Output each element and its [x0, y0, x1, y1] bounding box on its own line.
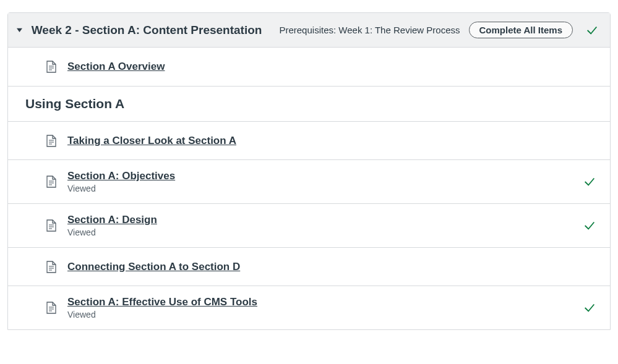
completed-check-icon — [583, 219, 596, 232]
module-title: Week 2 - Section A: Content Presentation — [32, 23, 262, 37]
module-item-body: Connecting Section A to Section D — [67, 261, 596, 273]
complete-all-button[interactable]: Complete All Items — [469, 22, 573, 38]
module-item-body: Taking a Closer Look at Section A — [67, 135, 596, 147]
module-subheader: Using Section A — [8, 86, 610, 121]
module-item: Taking a Closer Look at Section A — [8, 121, 610, 159]
module-prerequisites: Prerequisites: Week 1: The Review Proces… — [279, 25, 460, 35]
page-icon — [45, 176, 58, 188]
module-item-link[interactable]: Section A: Design — [67, 214, 157, 226]
module-item-status: Viewed — [67, 227, 573, 237]
page-icon — [45, 61, 58, 73]
module-item-link[interactable]: Section A Overview — [67, 61, 165, 73]
module-item-link[interactable]: Taking a Closer Look at Section A — [67, 135, 236, 147]
module-item-body: Section A: ObjectivesViewed — [67, 170, 573, 193]
svg-marker-0 — [17, 28, 22, 32]
module-item-link[interactable]: Connecting Section A to Section D — [67, 261, 240, 273]
module-item-status: Viewed — [67, 310, 573, 320]
module-item-body: Section A Overview — [67, 61, 596, 73]
collapse-toggle-icon[interactable] — [17, 26, 23, 35]
completed-check-icon — [583, 301, 596, 315]
module-item-body: Section A: Effective Use of CMS ToolsVie… — [67, 296, 573, 320]
module-completed-check-icon — [585, 23, 599, 37]
module-item-body: Section A: DesignViewed — [67, 214, 573, 237]
module-item: Section A: Effective Use of CMS ToolsVie… — [8, 286, 610, 329]
module-item-link[interactable]: Section A: Objectives — [67, 170, 175, 182]
page-icon — [45, 135, 58, 147]
page-icon — [45, 261, 58, 273]
module-item: Section A: DesignViewed — [8, 203, 610, 247]
module: Week 2 - Section A: Content Presentation… — [7, 12, 611, 330]
page-icon — [45, 219, 58, 232]
page-icon — [45, 302, 58, 314]
module-item: Connecting Section A to Section D — [8, 247, 610, 286]
module-item-link[interactable]: Section A: Effective Use of CMS Tools — [67, 296, 257, 308]
module-header: Week 2 - Section A: Content Presentation… — [8, 13, 610, 48]
module-item: Section A: ObjectivesViewed — [8, 159, 610, 203]
completed-check-icon — [583, 175, 596, 188]
module-item-status: Viewed — [67, 184, 573, 193]
module-item: Section A Overview — [8, 48, 610, 86]
